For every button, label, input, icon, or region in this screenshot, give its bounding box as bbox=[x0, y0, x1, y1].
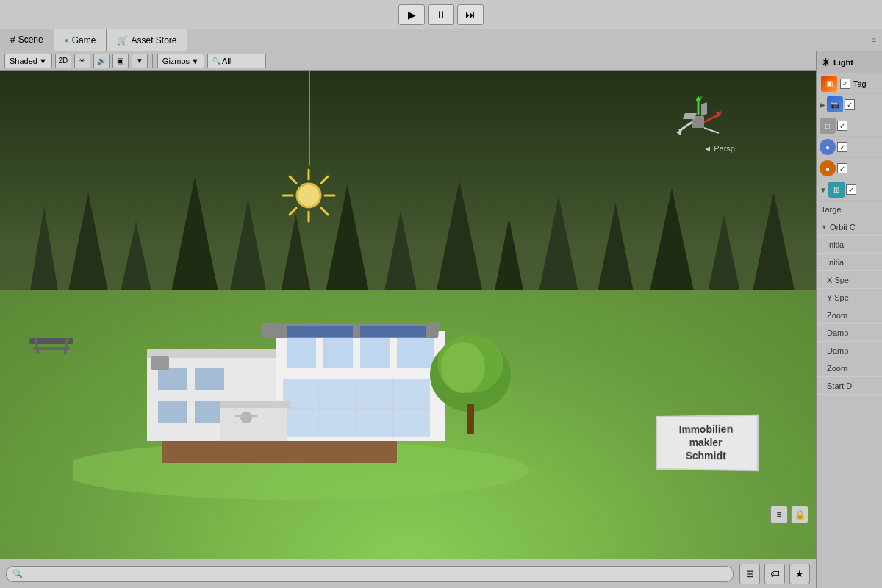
scene-tab-label: Scene bbox=[18, 35, 43, 45]
teal-checkbox[interactable] bbox=[846, 184, 856, 195]
svg-rect-18 bbox=[151, 356, 169, 370]
svg-line-4 bbox=[290, 176, 296, 183]
initial-row-2: Initial bbox=[817, 254, 882, 271]
search-icon: 🔍 bbox=[12, 569, 23, 578]
perspective-label: ◄ Persp bbox=[703, 144, 735, 153]
orientation-gizmo[interactable]: y x bbox=[669, 93, 728, 151]
toolbar-separator bbox=[152, 54, 153, 68]
target-row: Targe bbox=[817, 201, 882, 218]
blue-sphere-icon: ● bbox=[820, 139, 836, 155]
y-speed-label: Y Spe bbox=[827, 293, 849, 302]
search-icon: 🔍 bbox=[212, 57, 220, 65]
icon-row-3: ● bbox=[817, 137, 882, 158]
sign-billboard: Immobilien makler Schmidt bbox=[656, 415, 759, 471]
viewport[interactable]: Immobilien makler Schmidt y bbox=[0, 71, 816, 559]
star-button[interactable]: ★ bbox=[789, 564, 810, 584]
blue-sphere-checkbox[interactable] bbox=[837, 142, 847, 152]
svg-rect-39 bbox=[467, 404, 474, 434]
svg-rect-17 bbox=[195, 401, 224, 423]
game-icon: ● bbox=[65, 36, 69, 44]
svg-rect-33 bbox=[220, 401, 290, 408]
main-area: Shaded ▼ 2D ☀ 🔊 ▣ ▼ Gizmos ▼ 🔍 All bbox=[0, 51, 882, 588]
svg-rect-31 bbox=[397, 338, 434, 368]
game-tab-label: Game bbox=[72, 35, 96, 46]
initial-label-2: Initial bbox=[827, 258, 846, 267]
svg-line-51 bbox=[704, 128, 719, 133]
svg-line-5 bbox=[321, 208, 328, 215]
right-panel-title: Light bbox=[833, 58, 853, 67]
layers-icon-viewport[interactable]: ≡ bbox=[770, 506, 788, 523]
svg-line-6 bbox=[321, 176, 328, 183]
orbit-label: Orbit C bbox=[830, 223, 856, 232]
initial-label-1: Initial bbox=[827, 240, 846, 249]
search-dropdown[interactable]: 🔍 All bbox=[207, 54, 266, 68]
tag-label: Tag bbox=[853, 79, 867, 88]
layers-button[interactable]: ⊞ bbox=[739, 564, 760, 584]
orange-sphere-checkbox[interactable] bbox=[837, 163, 847, 173]
x-speed-label: X Spe bbox=[827, 276, 849, 284]
shaded-dropdown[interactable]: Shaded ▼ bbox=[4, 54, 52, 68]
svg-line-49 bbox=[679, 122, 692, 131]
sign-line3: Schmidt bbox=[663, 450, 751, 464]
picnic-table bbox=[22, 331, 81, 368]
svg-rect-30 bbox=[360, 338, 390, 368]
tab-asset-store[interactable]: 🛒 Asset Store bbox=[107, 29, 187, 51]
search-box[interactable]: 🔍 bbox=[6, 566, 734, 582]
svg-rect-42 bbox=[701, 102, 707, 116]
step-button[interactable]: ⏭ bbox=[457, 4, 484, 25]
gray-checkbox[interactable] bbox=[837, 121, 847, 131]
initial-row-1: Initial bbox=[817, 236, 882, 254]
gray-square-icon: □ bbox=[820, 118, 836, 134]
tab-menu-button[interactable]: ≡ bbox=[866, 29, 882, 51]
camera-checkbox[interactable] bbox=[845, 99, 855, 110]
overlay-icon[interactable]: ▣ bbox=[112, 54, 129, 68]
zoom-label-2: Zoom bbox=[827, 364, 847, 373]
zoom-label-1: Zoom bbox=[827, 311, 847, 320]
svg-point-8 bbox=[297, 184, 320, 207]
orbit-section-row: ▼ Orbit C bbox=[817, 218, 882, 236]
icon-row-2: □ bbox=[817, 115, 882, 137]
y-speed-row: Y Spe bbox=[817, 289, 882, 306]
sun-toolbar-icon[interactable]: ☀ bbox=[74, 54, 90, 68]
damp-label-2: Damp bbox=[827, 346, 848, 355]
pause-button[interactable]: ⏸ bbox=[428, 4, 454, 25]
light-cord bbox=[309, 71, 310, 166]
damp-row-1: Damp bbox=[817, 324, 882, 342]
sign-line1: Immobilien bbox=[663, 423, 751, 437]
icon-row-1: ▶ 📷 bbox=[817, 94, 882, 115]
overlay-arrow[interactable]: ▼ bbox=[132, 54, 148, 68]
svg-rect-32 bbox=[220, 404, 287, 441]
bottom-icons: ⊞ 🏷 ★ bbox=[739, 564, 810, 584]
damp-row-2: Damp bbox=[817, 342, 882, 359]
svg-rect-28 bbox=[287, 338, 316, 368]
2d-button[interactable]: 2D bbox=[55, 54, 71, 68]
svg-rect-35 bbox=[235, 415, 257, 417]
cube-checkbox[interactable] bbox=[840, 79, 850, 89]
sun-gizmo[interactable] bbox=[279, 166, 338, 225]
audio-icon[interactable]: 🔊 bbox=[93, 54, 110, 68]
svg-rect-29 bbox=[323, 338, 353, 368]
svg-rect-21 bbox=[287, 326, 353, 337]
house-3d bbox=[74, 220, 551, 500]
gizmos-dropdown[interactable]: Gizmos ▼ bbox=[157, 54, 204, 68]
play-button[interactable]: ▶ bbox=[398, 4, 425, 25]
tab-game[interactable]: ● Game bbox=[54, 29, 107, 51]
target-label: Targe bbox=[821, 205, 842, 214]
scene-hash-icon: # bbox=[10, 35, 15, 45]
3d-cube-icon: ▣ bbox=[821, 76, 837, 92]
expand-icon-1: ▶ bbox=[820, 101, 825, 109]
orbit-triangle: ▼ bbox=[821, 223, 828, 231]
scene-panel: Shaded ▼ 2D ☀ 🔊 ▣ ▼ Gizmos ▼ 🔍 All bbox=[0, 51, 816, 588]
damp-label-1: Damp bbox=[827, 329, 848, 337]
svg-text:y: y bbox=[700, 93, 703, 100]
start-d-row: Start D bbox=[817, 377, 882, 395]
tag-button[interactable]: 🏷 bbox=[764, 564, 785, 584]
camera-icon: 📷 bbox=[827, 96, 843, 112]
start-d-label: Start D bbox=[827, 381, 852, 390]
tab-scene[interactable]: # Scene bbox=[0, 29, 54, 51]
zoom-row-2: Zoom bbox=[817, 359, 882, 377]
svg-rect-16 bbox=[158, 401, 187, 423]
svg-rect-15 bbox=[195, 368, 224, 390]
lock-icon[interactable]: 🔒 bbox=[791, 506, 808, 523]
asset-store-tab-label: Asset Store bbox=[131, 35, 176, 46]
